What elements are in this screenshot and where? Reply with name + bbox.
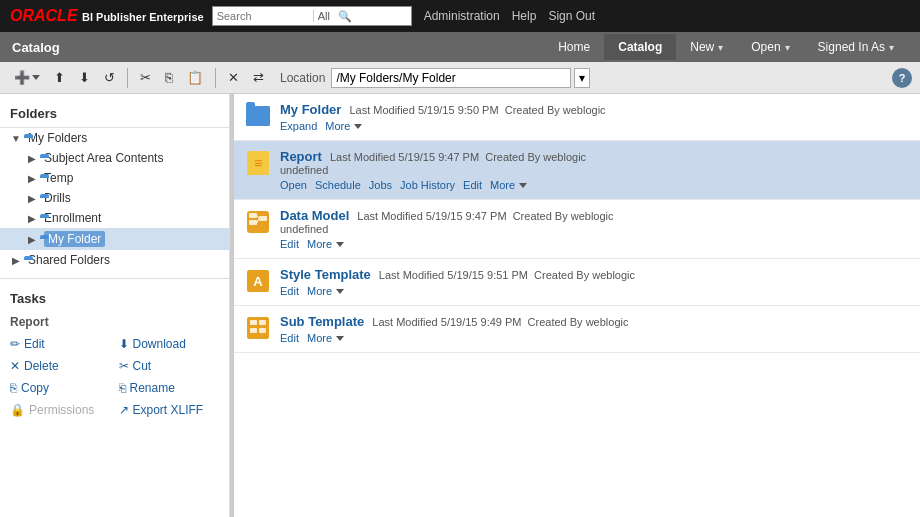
content-item-datamodel[interactable]: Data Model Last Modified 5/19/15 9:47 PM… [234, 200, 920, 259]
move-btn[interactable]: ⇄ [247, 66, 270, 89]
action-more-folder[interactable]: More [325, 120, 362, 132]
sidebar-item-shared-folders[interactable]: ▶ Shared Folders [0, 250, 229, 270]
nav-signed-chevron: ▾ [889, 42, 894, 53]
tree-toggle-my-folders[interactable]: ▼ [8, 133, 24, 144]
tree-toggle-enrollment[interactable]: ▶ [24, 213, 40, 224]
refresh-btn[interactable]: ↺ [98, 66, 121, 89]
delete-icon: ✕ [10, 359, 20, 373]
action-jobs-report[interactable]: Jobs [369, 179, 392, 191]
action-job-history-report[interactable]: Job History [400, 179, 455, 191]
task-export-xliff[interactable]: ↗ Export XLIFF [115, 400, 224, 420]
search-input[interactable] [213, 10, 313, 22]
task-edit[interactable]: ✏ Edit [6, 334, 115, 354]
style-icon: A [247, 270, 269, 292]
tree-toggle-shared[interactable]: ▶ [8, 255, 24, 266]
nav-signed-in-as[interactable]: Signed In As ▾ [804, 34, 908, 60]
tree-toggle-subject[interactable]: ▶ [24, 153, 40, 164]
content-item-style[interactable]: A Style Template Last Modified 5/19/15 9… [234, 259, 920, 306]
item-name-style[interactable]: Style Template [280, 267, 371, 282]
cut-btn[interactable]: ✂ [134, 66, 157, 89]
location-dropdown-btn[interactable]: ▾ [574, 68, 590, 88]
item-title-row-report: Report Last Modified 5/19/15 9:47 PM Cre… [280, 149, 908, 164]
action-edit-report[interactable]: Edit [463, 179, 482, 191]
action-edit-datamodel[interactable]: Edit [280, 238, 299, 250]
nav-new[interactable]: New ▾ [676, 34, 737, 60]
sidebar-label-shared: Shared Folders [28, 253, 110, 267]
copy-btn[interactable]: ⎘ [159, 66, 179, 89]
nav-open[interactable]: Open ▾ [737, 34, 803, 60]
item-actions-my-folder: Expand More [280, 120, 908, 132]
action-more-style[interactable]: More [307, 285, 344, 297]
help-btn[interactable]: ? [892, 68, 912, 88]
item-meta-my-folder: Last Modified 5/19/15 9:50 PM Created By… [349, 104, 605, 116]
navbar: Catalog Home Catalog New ▾ Open ▾ Signed… [0, 32, 920, 62]
action-more-datamodel[interactable]: More [307, 238, 344, 250]
location-input[interactable] [331, 68, 571, 88]
task-copy[interactable]: ⎘ Copy [6, 378, 115, 398]
task-download[interactable]: ⬇ Download [115, 334, 224, 354]
cut-icon: ✂ [119, 359, 129, 373]
more-chevron-subtemplate [336, 336, 344, 341]
administration-link[interactable]: Administration [424, 9, 500, 23]
item-actions-subtemplate: Edit More [280, 332, 908, 344]
sidebar-label-subject: Subject Area Contents [44, 151, 163, 165]
tree-toggle-my-folder[interactable]: ▶ [24, 234, 40, 245]
nav-new-chevron: ▾ [718, 42, 723, 53]
search-scope[interactable]: All [313, 10, 334, 22]
item-name-report[interactable]: Report [280, 149, 322, 164]
tree-toggle-drills[interactable]: ▶ [24, 193, 40, 204]
paste-btn[interactable]: 📋 [181, 66, 209, 89]
app-header: ORACLE BI Publisher Enterprise All 🔍 Adm… [0, 0, 920, 32]
task-group-report: Report [0, 312, 229, 332]
task-delete[interactable]: ✕ Delete [6, 356, 115, 376]
action-open-report[interactable]: Open [280, 179, 307, 191]
item-body-report: Report Last Modified 5/19/15 9:47 PM Cre… [280, 149, 908, 191]
subtemplate-svg [249, 319, 267, 337]
task-cut[interactable]: ✂ Cut [115, 356, 224, 376]
sidebar-item-enrollment[interactable]: ▶ Enrollment [0, 208, 229, 228]
action-more-report[interactable]: More [490, 179, 527, 191]
action-more-subtemplate[interactable]: More [307, 332, 344, 344]
item-name-my-folder[interactable]: My Folder [280, 102, 341, 117]
item-body-datamodel: Data Model Last Modified 5/19/15 9:47 PM… [280, 208, 908, 250]
task-delete-label: Delete [24, 359, 59, 373]
action-expand[interactable]: Expand [280, 120, 317, 132]
sidebar-item-my-folders[interactable]: ▼ My Folders [0, 128, 229, 148]
tree-toggle-temp[interactable]: ▶ [24, 173, 40, 184]
task-edit-label: Edit [24, 337, 45, 351]
signout-link[interactable]: Sign Out [548, 9, 595, 23]
download-btn[interactable]: ⬇ [73, 66, 96, 89]
catalog-title: Catalog [12, 40, 60, 55]
action-edit-style[interactable]: Edit [280, 285, 299, 297]
delete-btn[interactable]: ✕ [222, 66, 245, 89]
search-icon[interactable]: 🔍 [334, 10, 356, 23]
content-item-report[interactable]: ≡ Report Last Modified 5/19/15 9:47 PM C… [234, 141, 920, 200]
help-link[interactable]: Help [512, 9, 537, 23]
content-item-subtemplate[interactable]: Sub Template Last Modified 5/19/15 9:49 … [234, 306, 920, 353]
sidebar-item-my-folder[interactable]: ▶ My Folder [0, 228, 229, 250]
sidebar-label-drills: Drills [44, 191, 71, 205]
sidebar-item-temp[interactable]: ▶ Temp [0, 168, 229, 188]
content-item-my-folder[interactable]: My Folder Last Modified 5/19/15 9:50 PM … [234, 94, 920, 141]
more-chevron-folder [354, 124, 362, 129]
svg-line-4 [257, 219, 259, 223]
sidebar-item-drills[interactable]: ▶ Drills [0, 188, 229, 208]
sidebar-label-my-folder: My Folder [44, 231, 105, 247]
nav-home[interactable]: Home [544, 34, 604, 60]
upload-btn[interactable]: ⬆ [48, 66, 71, 89]
item-name-datamodel[interactable]: Data Model [280, 208, 349, 223]
sidebar-item-subject-area[interactable]: ▶ Subject Area Contents [0, 148, 229, 168]
action-edit-subtemplate[interactable]: Edit [280, 332, 299, 344]
item-icon-folder [246, 104, 270, 128]
new-btn[interactable]: ➕ [8, 66, 46, 89]
toolbar-sep1 [127, 68, 128, 88]
task-rename[interactable]: ⎗ Rename [115, 378, 224, 398]
item-icon-style: A [246, 269, 270, 293]
search-bar[interactable]: All 🔍 [212, 6, 412, 26]
item-name-subtemplate[interactable]: Sub Template [280, 314, 364, 329]
nav-catalog[interactable]: Catalog [604, 34, 676, 60]
sidebar: Folders ▼ My Folders ▶ Subject Area Cont… [0, 94, 230, 517]
action-schedule-report[interactable]: Schedule [315, 179, 361, 191]
item-title-row-subtemplate: Sub Template Last Modified 5/19/15 9:49 … [280, 314, 908, 329]
item-icon-datamodel [246, 210, 270, 234]
